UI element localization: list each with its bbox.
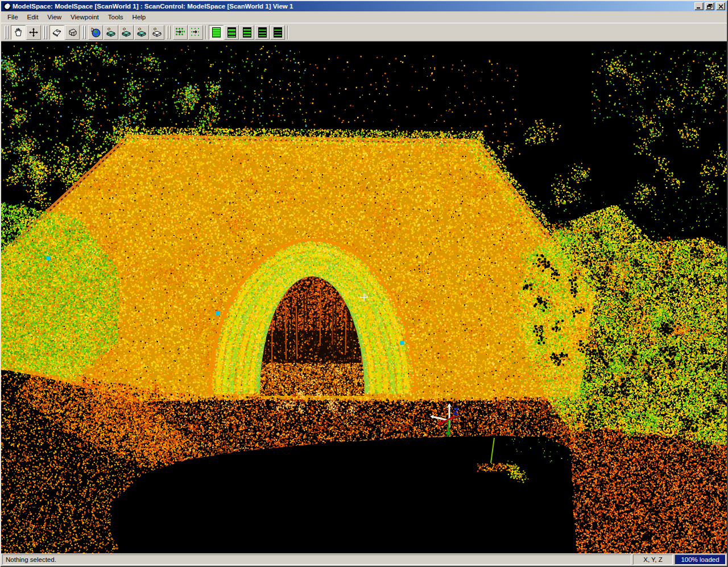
close-icon[interactable] [716, 2, 725, 10]
density-level-3-button[interactable] [239, 25, 254, 40]
four-way-arrows-icon [28, 27, 39, 38]
window-title: ModelSpace: ModelSpace [ScanWorld 1] : S… [13, 1, 693, 11]
dense-grid-arrow-icon [175, 27, 185, 38]
menu-file[interactable]: File [3, 13, 23, 22]
toolbar [1, 23, 727, 42]
teal-box-icon [121, 27, 132, 38]
sparse-grid-arrow-icon [191, 27, 201, 38]
render-wireframe-button[interactable] [65, 25, 80, 40]
white-box-icon [151, 27, 163, 38]
pointcloud-viewport[interactable] [1, 42, 727, 553]
shaded-box-icon [52, 28, 62, 37]
wireframe-box-icon [67, 28, 77, 37]
density-level-4-button[interactable] [255, 25, 270, 40]
status-message: Nothing selected. [2, 554, 631, 565]
pan-zoom-button[interactable] [26, 25, 41, 40]
restore-icon[interactable] [705, 2, 714, 10]
teal-box-icon [105, 27, 117, 38]
density-level-1-button[interactable] [209, 25, 224, 40]
density-2-icon [228, 27, 236, 38]
pointcloud-canvas[interactable] [1, 42, 727, 553]
teal-box-icon [136, 27, 147, 38]
limit-box-1-button[interactable] [104, 25, 118, 40]
limit-box-reset-button[interactable] [150, 25, 164, 40]
globe-icon [90, 27, 101, 38]
density-4-icon [258, 27, 267, 38]
load-progress: 100% loaded [675, 554, 726, 565]
app-logo-icon [3, 2, 11, 10]
toolbar-grip[interactable] [43, 26, 47, 39]
menu-bar: File Edit View Viewpoint Tools Help [1, 11, 727, 23]
subsample-dense-button[interactable] [173, 25, 188, 40]
render-shaded-button[interactable] [49, 25, 64, 40]
title-bar[interactable]: ModelSpace: ModelSpace [ScanWorld 1] : S… [1, 1, 727, 11]
hand-icon [14, 27, 23, 37]
menu-edit[interactable]: Edit [23, 13, 43, 22]
menu-viewpoint[interactable]: Viewpoint [66, 13, 104, 22]
toolbar-grip[interactable] [167, 26, 171, 39]
coords-indicator: X, Y, Z [633, 554, 673, 565]
viewpoint-globe-button[interactable] [88, 25, 103, 40]
menu-help[interactable]: Help [128, 13, 151, 22]
density-level-5-button[interactable] [270, 25, 285, 40]
menu-view[interactable]: View [43, 13, 66, 22]
toolbar-grip[interactable] [82, 26, 86, 39]
menu-tools[interactable]: Tools [104, 13, 128, 22]
status-bar: Nothing selected. X, Y, Z 100% loaded [1, 553, 727, 566]
density-1-icon [212, 27, 221, 38]
density-5-icon [274, 27, 282, 38]
toolbar-separator [205, 26, 206, 39]
density-3-icon [243, 27, 251, 38]
pan-hand-button[interactable] [11, 25, 26, 40]
subsample-sparse-button[interactable] [188, 25, 203, 40]
app-window: ModelSpace: ModelSpace [ScanWorld 1] : S… [0, 0, 728, 567]
toolbar-grip[interactable] [5, 26, 9, 39]
density-level-2-button[interactable] [224, 25, 239, 40]
limit-box-2-button[interactable] [119, 25, 134, 40]
limit-box-3-button[interactable] [134, 25, 149, 40]
minimize-icon[interactable] [694, 2, 704, 10]
toolbar-separator [287, 26, 288, 39]
